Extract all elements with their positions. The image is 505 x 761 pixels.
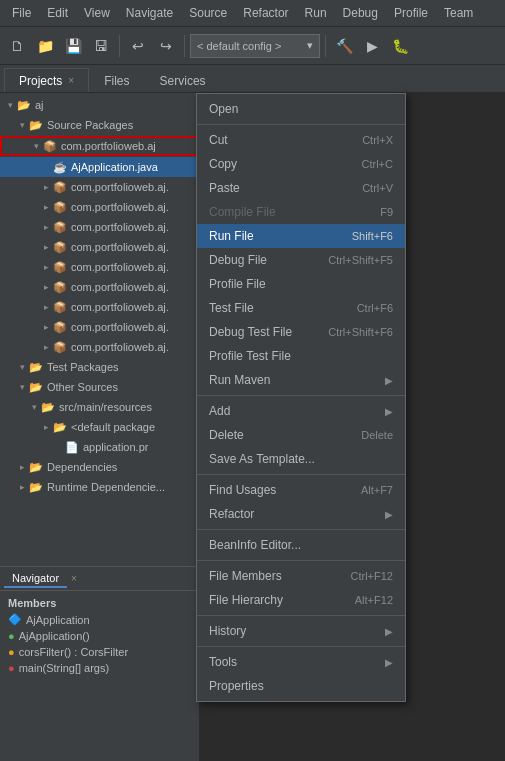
ctx-save-template[interactable]: Save As Template...: [197, 447, 405, 471]
folder-icon-src-main: 📂: [40, 399, 56, 415]
open-project-btn[interactable]: 📁: [32, 33, 58, 59]
nav-constructor-item[interactable]: ● AjApplication(): [4, 628, 195, 644]
tab-services[interactable]: Services: [145, 68, 221, 92]
list-item[interactable]: ▸ 📦 com.portfolioweb.aj.: [0, 177, 199, 197]
folder-icon-default: 📂: [52, 419, 68, 435]
menu-profile[interactable]: Profile: [386, 0, 436, 27]
tree-item-approp[interactable]: 📄 application.pr: [0, 437, 199, 457]
list-item[interactable]: ▸ 📦 com.portfolioweb.aj.: [0, 197, 199, 217]
tree-item-other-sources[interactable]: ▾ 📂 Other Sources: [0, 377, 199, 397]
ctx-profile-file[interactable]: Profile File: [197, 272, 405, 296]
arrow-pkg2: ▸: [40, 201, 52, 213]
tree-item-aj[interactable]: ▾ 📂 aj: [0, 95, 199, 115]
ctx-copy[interactable]: Copy Ctrl+C: [197, 152, 405, 176]
label-pkg6: com.portfolioweb.aj.: [71, 281, 169, 293]
ctx-compile: Compile File F9: [197, 200, 405, 224]
constructor-icon: ●: [8, 630, 15, 642]
toolbar: 🗋 📁 💾 🖫 ↩ ↪ < default config > ▾ 🔨 ▶ 🐛: [0, 27, 505, 65]
folder-icon-deps: 📂: [28, 459, 44, 475]
save-btn[interactable]: 💾: [60, 33, 86, 59]
ctx-run-maven[interactable]: Run Maven ▶: [197, 368, 405, 392]
list-item[interactable]: ▸ 📦 com.portfolioweb.aj.: [0, 297, 199, 317]
tab-projects-close[interactable]: ×: [68, 75, 74, 86]
sep1: [119, 35, 120, 57]
menu-run[interactable]: Run: [297, 0, 335, 27]
menu-source[interactable]: Source: [181, 0, 235, 27]
config-dropdown[interactable]: < default config > ▾: [190, 34, 320, 58]
tab-files-label: Files: [104, 74, 129, 88]
save-all-btn[interactable]: 🖫: [88, 33, 114, 59]
ctx-refactor[interactable]: Refactor ▶: [197, 502, 405, 526]
ctx-cut-shortcut: Ctrl+X: [362, 134, 393, 146]
corsfilter-icon: ●: [8, 646, 15, 658]
list-item[interactable]: ▸ 📦 com.portfolioweb.aj.: [0, 217, 199, 237]
nav-corsfilter-item[interactable]: ● corsFilter() : CorsFilter: [4, 644, 195, 660]
build-btn[interactable]: 🔨: [331, 33, 357, 59]
menu-debug[interactable]: Debug: [335, 0, 386, 27]
navigator-close[interactable]: ×: [71, 573, 77, 584]
pkg-icon-9: 📦: [52, 339, 68, 355]
ctx-sep-7: [197, 646, 405, 647]
menu-view[interactable]: View: [76, 0, 118, 27]
run-btn[interactable]: ▶: [359, 33, 385, 59]
arrow-approp: [52, 441, 64, 453]
menu-file[interactable]: File: [4, 0, 39, 27]
ctx-history[interactable]: History ▶: [197, 619, 405, 643]
folder-icon-src: 📂: [28, 117, 44, 133]
menu-team[interactable]: Team: [436, 0, 481, 27]
ctx-add[interactable]: Add ▶: [197, 399, 405, 423]
undo-btn[interactable]: ↩: [125, 33, 151, 59]
tab-files[interactable]: Files: [89, 68, 144, 92]
navigator-tab[interactable]: Navigator: [4, 570, 67, 588]
ctx-find-usages-shortcut: Alt+F7: [361, 484, 393, 496]
ctx-open[interactable]: Open: [197, 97, 405, 121]
ctx-test-file-shortcut: Ctrl+F6: [357, 302, 393, 314]
ctx-run-maven-label: Run Maven: [209, 373, 270, 387]
tree-item-runtime-deps[interactable]: ▸ 📂 Runtime Dependencie...: [0, 477, 199, 497]
list-item[interactable]: ▸ 📦 com.portfolioweb.aj.: [0, 317, 199, 337]
menu-navigate[interactable]: Navigate: [118, 0, 181, 27]
list-item[interactable]: ▸ 📦 com.portfolioweb.aj.: [0, 257, 199, 277]
tree-item-default-pkg[interactable]: ▸ 📂 <default package: [0, 417, 199, 437]
sep3: [325, 35, 326, 57]
redo-btn[interactable]: ↪: [153, 33, 179, 59]
arrow-test: ▾: [16, 361, 28, 373]
ctx-file-hierarchy[interactable]: File Hierarchy Alt+F12: [197, 588, 405, 612]
ctx-profile-test[interactable]: Profile Test File: [197, 344, 405, 368]
tree-item-compkg[interactable]: ▾ 📦 com.portfolioweb.aj: [0, 136, 199, 156]
ctx-debug-test[interactable]: Debug Test File Ctrl+Shift+F6: [197, 320, 405, 344]
ctx-cut[interactable]: Cut Ctrl+X: [197, 128, 405, 152]
menu-refactor[interactable]: Refactor: [235, 0, 296, 27]
tree-item-deps[interactable]: ▸ 📂 Dependencies: [0, 457, 199, 477]
arrow-pkg7: ▸: [40, 301, 52, 313]
list-item[interactable]: ▸ 📦 com.portfolioweb.aj.: [0, 337, 199, 357]
class-icon: 🔷: [8, 613, 22, 626]
list-item[interactable]: ▸ 📦 com.portfolioweb.aj.: [0, 237, 199, 257]
ctx-properties[interactable]: Properties: [197, 674, 405, 698]
ctx-file-members[interactable]: File Members Ctrl+F12: [197, 564, 405, 588]
debug-btn[interactable]: 🐛: [387, 33, 413, 59]
tree-item-src-main[interactable]: ▾ 📂 src/main/resources: [0, 397, 199, 417]
ctx-test-file[interactable]: Test File Ctrl+F6: [197, 296, 405, 320]
arrow-default-pkg: ▸: [40, 421, 52, 433]
tree-item-ajapp[interactable]: ☕ AjApplication.java: [0, 157, 199, 177]
label-source-packages: Source Packages: [47, 119, 133, 131]
nav-class-item[interactable]: 🔷 AjApplication: [4, 611, 195, 628]
ctx-debug-test-label: Debug Test File: [209, 325, 292, 339]
ctx-paste[interactable]: Paste Ctrl+V: [197, 176, 405, 200]
ctx-run-file[interactable]: Run File Shift+F6: [197, 224, 405, 248]
ctx-sep-2: [197, 395, 405, 396]
tree-item-test-packages[interactable]: ▾ 📂 Test Packages: [0, 357, 199, 377]
ctx-delete[interactable]: Delete Delete: [197, 423, 405, 447]
list-item[interactable]: ▸ 📦 com.portfolioweb.aj.: [0, 277, 199, 297]
navigator-content: Members 🔷 AjApplication ● AjApplication(…: [0, 591, 199, 680]
ctx-beaninfo[interactable]: BeanInfo Editor...: [197, 533, 405, 557]
ctx-find-usages[interactable]: Find Usages Alt+F7: [197, 478, 405, 502]
ctx-debug-file[interactable]: Debug File Ctrl+Shift+F5: [197, 248, 405, 272]
tree-item-source-packages[interactable]: ▾ 📂 Source Packages: [0, 115, 199, 135]
ctx-tools[interactable]: Tools ▶: [197, 650, 405, 674]
menu-edit[interactable]: Edit: [39, 0, 76, 27]
nav-main-item[interactable]: ● main(String[] args): [4, 660, 195, 676]
tab-projects[interactable]: Projects ×: [4, 68, 89, 92]
new-project-btn[interactable]: 🗋: [4, 33, 30, 59]
